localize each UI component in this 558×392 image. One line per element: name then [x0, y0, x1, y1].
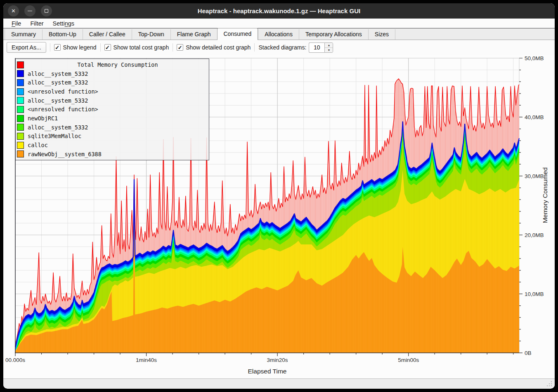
resize-grip-icon[interactable] [546, 380, 552, 386]
stacked-diagrams-value[interactable]: 10 [309, 42, 324, 53]
x-tick-label: 00.000s [5, 357, 25, 363]
legend-swatch [17, 97, 24, 104]
status-bar [3, 379, 555, 388]
toolbar-separator [173, 43, 173, 52]
legend-item[interactable]: rawNewObj__system_6388 [17, 150, 208, 158]
legend-label: calloc [28, 142, 48, 148]
legend-label: rawNewObj__system_6388 [28, 151, 102, 157]
app-window: ✕ Heaptrack - heaptrack.wakunode.1.gz — … [3, 3, 555, 389]
legend-swatch [17, 115, 24, 122]
y-tick-label: 40,0MB [525, 114, 544, 120]
export-as-button[interactable]: Export As... [7, 42, 46, 53]
legend-swatch [17, 79, 24, 86]
legend-item[interactable]: <unresolved function> [17, 88, 208, 96]
maximize-icon[interactable] [41, 5, 52, 16]
legend-item[interactable]: alloc__system_5332 [17, 123, 208, 131]
legend-label: alloc__system_5332 [28, 79, 88, 86]
stacked-diagrams-spinner: 10 ▲ ▼ [309, 42, 333, 53]
toolbar: Export As... ✓Show legend✓Show total cos… [3, 40, 555, 55]
spinner-down-icon[interactable]: ▼ [325, 47, 333, 52]
y-axis-title: Memory Consumed [541, 167, 549, 223]
legend-item[interactable]: <unresolved function> [17, 106, 208, 113]
tab-bottom-up[interactable]: Bottom-Up [42, 29, 83, 40]
y-tick-label: 30,0MB [525, 173, 544, 179]
tab-flame-graph[interactable]: Flame Graph [170, 29, 217, 40]
checkbox-label: Show legend [63, 44, 97, 51]
x-tick-label: 3min20s [267, 357, 288, 363]
menu-file[interactable]: File [7, 19, 25, 28]
x-axis-title: Elapsed Time [248, 368, 287, 375]
x-tick-label: 5min00s [398, 357, 419, 363]
checkbox-icon[interactable]: ✓ [177, 44, 183, 51]
menu-settings[interactable]: Settings [49, 19, 78, 28]
legend-swatch [17, 88, 24, 95]
toolbar-separator [100, 43, 101, 52]
legend-label: <unresolved function> [28, 88, 98, 95]
checkbox-icon[interactable]: ✓ [54, 44, 61, 51]
title-bar: ✕ Heaptrack - heaptrack.wakunode.1.gz — … [3, 3, 555, 19]
y-tick-label: 10,0MB [525, 291, 544, 297]
y-tick-label: 0B [525, 350, 532, 356]
legend-label: newObjRC1 [28, 115, 58, 122]
legend-swatch [17, 124, 24, 131]
checkbox-icon[interactable]: ✓ [104, 44, 111, 51]
legend-swatch [17, 70, 24, 77]
legend-swatch [17, 133, 24, 140]
legend-item[interactable]: alloc__system_5332 [17, 96, 208, 104]
toolbar-separator [254, 43, 255, 52]
checkbox-label: Show detailed cost graph [186, 44, 251, 51]
legend-item[interactable]: newObjRC1 [17, 115, 208, 122]
tab-sizes[interactable]: Sizes [368, 29, 395, 40]
window-controls: ✕ [8, 5, 52, 16]
window-title: Heaptrack - heaptrack.wakunode.1.gz — He… [3, 7, 555, 14]
tab-caller-callee[interactable]: Caller / Callee [83, 29, 132, 40]
tab-consumed[interactable]: Consumed [217, 28, 258, 40]
legend-label: alloc__system_5332 [28, 70, 88, 77]
tab-temporary-allocations[interactable]: Temporary Allocations [299, 29, 368, 40]
x-tick-label: 1min40s [136, 357, 157, 363]
consumed-chart: 00.000s1min40s3min20s5min00s0B10,0MB20,0… [3, 55, 555, 379]
legend-label: <unresolved function> [28, 106, 98, 113]
menu-filter[interactable]: Filter [26, 19, 47, 28]
legend-item[interactable]: calloc [17, 141, 208, 149]
legend-label: alloc__system_5332 [28, 97, 88, 104]
legend-item[interactable]: alloc__system_5332 [17, 70, 208, 77]
toolbar-separator [50, 43, 50, 52]
y-tick-label: 20,0MB [525, 232, 544, 238]
checkbox-label: Show total cost graph [113, 44, 169, 51]
legend-label: sqlite3MemMalloc [28, 133, 81, 139]
legend-item[interactable]: sqlite3MemMalloc [17, 132, 208, 140]
legend-swatch [17, 150, 24, 157]
legend-item[interactable]: Total Memory Consumption [17, 61, 208, 69]
stacked-diagrams-label: Stacked diagrams: [258, 44, 306, 51]
close-icon[interactable]: ✕ [8, 5, 19, 16]
checkbox-show-detailed-cost-graph[interactable]: ✓Show detailed cost graph [177, 44, 251, 51]
tab-top-down[interactable]: Top-Down [132, 29, 170, 40]
tab-summary[interactable]: Summary [5, 29, 42, 40]
menu-bar: FileFilterSettings [3, 19, 555, 28]
chart-legend: Total Memory Consumptionalloc__system_53… [15, 59, 209, 160]
tab-allocations[interactable]: Allocations [258, 29, 299, 40]
legend-swatch [17, 106, 24, 113]
y-tick-label: 50,0MB [525, 55, 544, 61]
legend-label: alloc__system_5332 [28, 124, 88, 131]
checkbox-show-total-cost-graph[interactable]: ✓Show total cost graph [104, 44, 169, 51]
minimize-icon[interactable] [24, 5, 35, 16]
legend-swatch [17, 142, 24, 149]
tab-bar: SummaryBottom-UpCaller / CalleeTop-DownF… [3, 28, 555, 40]
legend-item[interactable]: alloc__system_5332 [17, 79, 208, 87]
legend-label: Total Memory Consumption [28, 61, 208, 68]
spinner-up-icon[interactable]: ▲ [325, 43, 333, 47]
checkbox-show-legend[interactable]: ✓Show legend [54, 44, 97, 51]
legend-swatch [17, 61, 24, 68]
